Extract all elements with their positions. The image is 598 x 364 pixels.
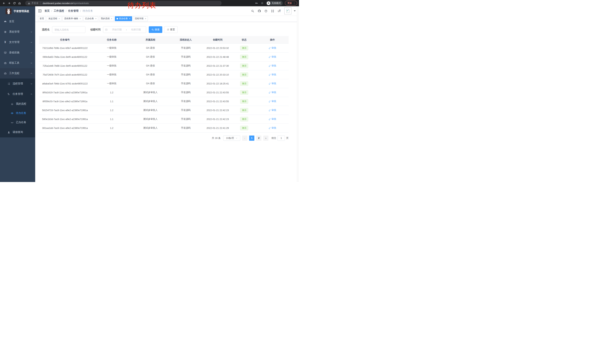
sidebar-item-workflow[interactable]: 工作流程 (0, 68, 35, 79)
page-button-1[interactable]: 1 (249, 136, 254, 141)
approve-link[interactable]: 审批 (269, 46, 276, 50)
end-date-placeholder[interactable]: 结束日期 (128, 28, 144, 31)
browser-reload-icon[interactable] (12, 1, 16, 5)
search-button[interactable]: 搜索 (149, 26, 162, 33)
browser-back-icon[interactable] (2, 1, 6, 5)
reset-button[interactable]: 重置 (164, 26, 178, 33)
next-page-button[interactable]: › (263, 136, 268, 141)
filter-row: 流程名 创建时间 开始日期 - 结束日期 搜索 重置 (39, 26, 295, 33)
tab-label: 待办任务 (119, 17, 128, 20)
approve-link[interactable]: 审批 (269, 126, 276, 129)
bookmark-star-icon[interactable]: ☆ (261, 2, 264, 5)
page-button-2[interactable]: 2 (256, 136, 261, 141)
browser-update-button[interactable]: 更新 ⋮ (285, 1, 297, 6)
approve-link[interactable]: 审批 (269, 73, 276, 76)
sidebar-item-payment-management[interactable]: ¥支付管理 (0, 37, 35, 47)
app-logo[interactable]: 芋道管理系统 (0, 6, 35, 16)
browser-home-icon[interactable] (17, 1, 22, 5)
sidebar-menu: 首页系统管理¥支付管理基础设施研发工具工作流程流程管理任务管理我的流程待办任务已… (0, 16, 35, 138)
sidebar-collapse-icon[interactable] (35, 6, 44, 16)
approve-link[interactable]: 审批 (269, 100, 276, 103)
breadcrumb: 首页/工作流程/任务管理/待办任务 (44, 9, 93, 13)
breadcrumb-item-1[interactable]: 工作流程 (54, 9, 64, 13)
task-id-cell: 725a1eb6-7b88-11ec-8ef0-acde48001122 (39, 61, 91, 70)
tab-close-icon[interactable]: × (144, 18, 146, 20)
tab-home[interactable]: 首页 (38, 16, 46, 21)
task-action-cell: 审批 (256, 97, 289, 106)
sidebar-item-label: 请假查询 (13, 130, 23, 134)
approve-link[interactable]: 审批 (269, 91, 276, 94)
sidebar: 芋道管理系统 首页系统管理¥支付管理基础设施研发工具工作流程流程管理任务管理我的… (0, 6, 35, 182)
avatar-caret-icon[interactable] (294, 10, 296, 11)
table-row: 580e1b3d-7ac8-11ec-a9e2-a2380e71991a1.1测… (39, 115, 289, 123)
tab-close-icon[interactable]: × (79, 18, 81, 20)
task-initiator-cell: 芋道源码 (168, 106, 203, 115)
font-size-icon[interactable]: TT (278, 9, 281, 13)
approve-link[interactable]: 审批 (269, 117, 276, 121)
approve-link[interactable]: 审批 (269, 64, 276, 67)
sidebar-item-my-process[interactable]: 我的流程 (0, 99, 35, 108)
password-key-icon[interactable] (255, 1, 259, 5)
tab-todo-tasks[interactable]: 待办任务× (115, 16, 132, 21)
task-id-cell: 73211d9d-7b9b-11ec-b5b7-acde48001122 (39, 43, 91, 52)
start-date-placeholder[interactable]: 开始日期 (109, 28, 125, 31)
tab-close-icon[interactable]: × (129, 18, 130, 20)
task-status-cell: 激活 (232, 52, 256, 61)
edit-pencil-icon (269, 65, 271, 67)
task-name-cell: 一级审批 (91, 79, 133, 88)
sidebar-item-home[interactable]: 首页 (0, 16, 35, 27)
column-header-2: 所属流程 (133, 36, 168, 43)
task-process-cell: OA 请假 (133, 61, 168, 70)
task-created_at-cell: 2022-01-21 22:41:29 (203, 123, 232, 132)
sidebar-item-label: 已办任务 (16, 121, 26, 124)
browser-menu-dots-icon[interactable]: ⋮ (293, 2, 295, 4)
help-icon[interactable] (264, 9, 267, 13)
breadcrumb-item-0[interactable]: 首页 (44, 9, 50, 13)
sidebar-item-process-management[interactable]: 流程管理 (0, 79, 35, 89)
app-title: 芋道管理系统 (14, 10, 29, 13)
tab-close-icon[interactable]: × (95, 18, 97, 20)
edit-pencil-icon (269, 118, 271, 120)
chevron-down-icon (30, 83, 33, 85)
app-container: 芋道管理系统 首页系统管理¥支付管理基础设施研发工具工作流程流程管理任务管理我的… (0, 6, 299, 182)
process-name-input[interactable] (52, 26, 85, 33)
tab-close-icon[interactable]: × (58, 18, 60, 20)
page-scrollbar[interactable] (297, 6, 299, 182)
avatar[interactable] (284, 8, 291, 15)
tab-process-detail[interactable]: 流程详情× (133, 16, 148, 21)
browser-forward-icon[interactable] (7, 1, 11, 5)
task-created_at-cell: 2022-01-22 18:25:41 (203, 79, 232, 88)
task-status-cell: 激活 (232, 79, 256, 88)
approve-link[interactable]: 审批 (269, 108, 276, 112)
sidebar-item-leave-query[interactable]: 请假查询 (0, 127, 35, 138)
date-range-picker[interactable]: 开始日期 - 结束日期 (103, 26, 146, 33)
approve-link[interactable]: 审批 (269, 55, 276, 58)
sidebar-item-todo-task[interactable]: 待办任务 (0, 108, 35, 118)
approve-link[interactable]: 审批 (269, 82, 276, 85)
sidebar-item-done-task[interactable]: 已办任务 (0, 118, 35, 127)
search-icon[interactable] (251, 9, 254, 13)
address-bar[interactable]: 不安全 dashboard.yudao.iocoder.cn/bpm/task/… (25, 1, 222, 6)
tab-close-icon[interactable]: × (111, 18, 112, 20)
sidebar-item-task-management[interactable]: 任务管理 (0, 89, 35, 99)
tab-start-process[interactable]: 发起流程× (47, 16, 61, 21)
prev-page-button[interactable]: ‹ (242, 136, 247, 141)
fullscreen-icon[interactable] (271, 9, 274, 13)
sidebar-item-system-management[interactable]: 系统管理 (0, 27, 35, 37)
tab-form-edit[interactable]: 流程表单-编辑× (62, 16, 83, 21)
table-header: 任务编号任务名称所属流程流程发起人创建时间状态操作 (39, 36, 289, 43)
pagination-goto: 前往 页 (271, 136, 289, 141)
sidebar-item-dev-tools[interactable]: 研发工具 (0, 58, 35, 68)
edit-pencil-icon (269, 109, 271, 111)
url-text: dashboard.yudao.iocoder.cn/bpm/task/todo (43, 1, 89, 5)
security-label[interactable]: 不安全 (32, 2, 39, 5)
page-size-select[interactable]: 10条/页 (223, 136, 240, 141)
goto-page-input[interactable] (277, 136, 285, 141)
tab-my-process[interactable]: 我的流程× (99, 16, 114, 21)
breadcrumb-item-2[interactable]: 任务管理 (68, 9, 79, 13)
table-row: 73211d9d-7b9b-11ec-b5b7-acde48001122一级审批… (39, 43, 289, 52)
github-icon[interactable] (258, 9, 261, 13)
sidebar-item-infrastructure[interactable]: 基础设施 (0, 47, 35, 58)
tab-done-tasks[interactable]: 已办任务× (83, 16, 98, 21)
chevron-down-icon (30, 62, 33, 64)
